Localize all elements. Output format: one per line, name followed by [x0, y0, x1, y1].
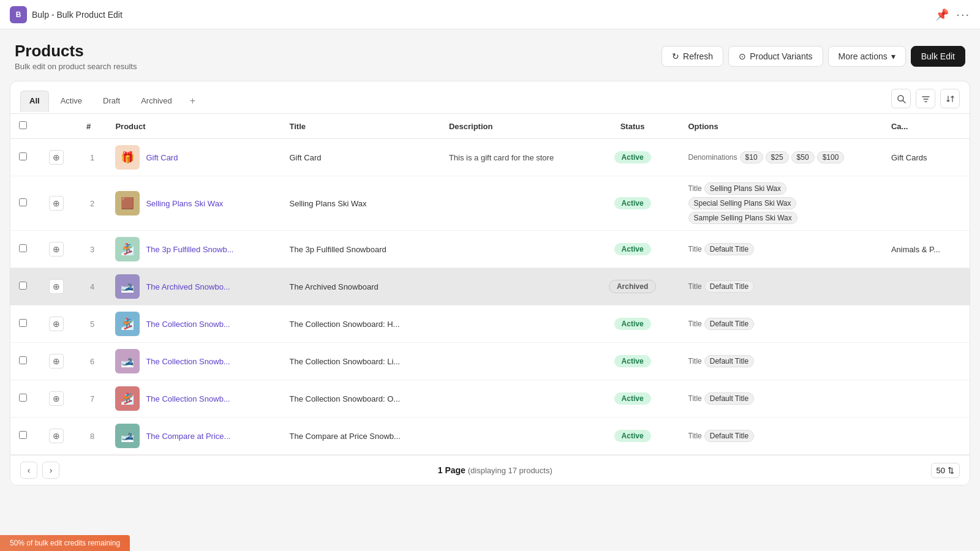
option-tag: Default Title — [704, 392, 754, 405]
option-tag: Default Title — [704, 280, 754, 293]
app-title: Bulp - Bulk Product Edit — [32, 10, 123, 20]
row-checkbox[interactable] — [19, 356, 27, 364]
pin-icon[interactable]: 📌 — [935, 8, 949, 21]
row-expand-button[interactable]: ⊕ — [49, 317, 64, 331]
row-number: 8 — [78, 418, 107, 455]
row-expand-button[interactable]: ⊕ — [49, 391, 64, 406]
options-cell: TitleDefault Title — [688, 430, 874, 442]
product-thumbnail: 🎿 — [115, 274, 140, 299]
options-cell: TitleSelling Plans Ski WaxSpecial Sellin… — [688, 182, 874, 224]
row-category — [883, 268, 970, 305]
row-number: 5 — [78, 305, 107, 343]
status-badge: Active — [614, 197, 651, 209]
options-cell: TitleDefault Title — [688, 355, 874, 367]
tabs-right — [891, 89, 960, 108]
row-options: TitleDefault Title — [680, 268, 883, 305]
row-expand-button[interactable]: ⊕ — [49, 279, 64, 294]
sort-icon-button[interactable] — [940, 89, 960, 108]
row-title: The Collection Snowboard: Li... — [281, 343, 440, 380]
row-number: 3 — [78, 231, 107, 268]
tab-archived[interactable]: Archived — [132, 91, 181, 111]
options-cell: TitleDefault Title — [688, 392, 874, 405]
col-checkbox — [10, 114, 40, 139]
product-table: # Product Title Description Status Optio… — [10, 114, 970, 455]
row-category — [883, 343, 970, 380]
row-checkbox[interactable] — [19, 282, 27, 290]
tab-active[interactable]: Active — [51, 91, 91, 111]
bulk-edit-button[interactable]: Bulk Edit — [911, 46, 965, 67]
tab-add-button[interactable]: + — [184, 91, 202, 111]
row-expand-button[interactable]: ⊕ — [49, 354, 64, 369]
refresh-button[interactable]: ↻ Refresh — [662, 46, 723, 67]
product-link[interactable]: The Archived Snowbo... — [146, 282, 230, 291]
page-title-area: Products Bulk edit on product search res… — [15, 42, 137, 71]
more-actions-button[interactable]: More actions ▾ — [828, 46, 906, 67]
row-expand-button[interactable]: ⊕ — [49, 150, 64, 165]
option-tag: Sample Selling Plans Ski Wax — [688, 212, 797, 224]
row-description — [440, 305, 586, 343]
row-checkbox[interactable] — [19, 394, 27, 402]
option-label: Denominations — [688, 153, 737, 162]
tabs-left: All Active Draft Archived + — [20, 91, 202, 112]
row-category — [883, 418, 970, 455]
table-row: ⊕2 🟫 Selling Plans Ski Wax Selling Plans… — [10, 176, 970, 231]
product-link[interactable]: Gift Card — [146, 153, 178, 162]
options-cell: TitleDefault Title — [688, 318, 874, 330]
row-checkbox[interactable] — [19, 319, 27, 327]
page-info: 1 Page (displaying 17 products) — [438, 465, 552, 475]
next-page-button[interactable]: › — [42, 462, 59, 479]
option-tag: $10 — [740, 151, 763, 163]
product-thumbnail: 🎁 — [115, 145, 140, 170]
per-page-selector[interactable]: 50 ⇅ — [931, 463, 960, 478]
row-expand-button[interactable]: ⊕ — [49, 429, 64, 443]
product-cell: 🏂 The 3p Fulfilled Snowb... — [115, 237, 272, 261]
status-badge: Active — [614, 355, 651, 367]
product-variants-button[interactable]: ⊙ Product Variants — [728, 46, 823, 67]
row-title: The Archived Snowboard — [281, 268, 440, 305]
product-cell: 🎿 The Collection Snowb... — [115, 349, 272, 373]
row-checkbox[interactable] — [19, 244, 27, 252]
product-link[interactable]: The Collection Snowb... — [146, 320, 230, 329]
option-label: Title — [688, 394, 702, 403]
row-title: The Collection Snowboard: H... — [281, 305, 440, 343]
prev-page-button[interactable]: ‹ — [20, 462, 37, 479]
status-badge: Active — [614, 318, 651, 330]
col-product-header: Product — [107, 114, 281, 139]
select-all-checkbox[interactable] — [19, 121, 27, 129]
row-number: 2 — [78, 176, 107, 231]
row-description — [440, 231, 586, 268]
per-page-chevron: ⇅ — [948, 466, 954, 475]
filter-icon-button[interactable] — [916, 89, 935, 108]
row-expand-button[interactable]: ⊕ — [49, 242, 64, 257]
product-link[interactable]: The Collection Snowb... — [146, 357, 230, 366]
tab-draft[interactable]: Draft — [94, 91, 129, 111]
tabs-bar: All Active Draft Archived + — [10, 81, 970, 114]
row-checkbox[interactable] — [19, 152, 27, 160]
product-link[interactable]: Selling Plans Ski Wax — [146, 199, 223, 208]
row-expand-button[interactable]: ⊕ — [49, 196, 64, 211]
svg-line-1 — [903, 100, 905, 103]
topbar-more-icon[interactable]: ··· — [956, 7, 970, 21]
product-cell: 🎿 The Archived Snowbo... — [115, 274, 272, 299]
product-link[interactable]: The Collection Snowb... — [146, 394, 230, 403]
product-thumbnail: 🟫 — [115, 191, 140, 216]
tab-all[interactable]: All — [20, 91, 49, 112]
option-label: Title — [688, 432, 702, 440]
search-icon-button[interactable] — [891, 89, 911, 108]
row-number: 4 — [78, 268, 107, 305]
row-options: TitleDefault Title — [680, 380, 883, 418]
product-link[interactable]: The Compare at Price... — [146, 432, 230, 441]
row-title: The 3p Fulfilled Snowboard — [281, 231, 440, 268]
row-description — [440, 380, 586, 418]
product-cell: 🏂 The Collection Snowb... — [115, 386, 272, 411]
row-checkbox[interactable] — [19, 431, 27, 439]
status-badge: Archived — [609, 280, 656, 293]
product-cell: 🏂 The Collection Snowb... — [115, 312, 272, 336]
product-link[interactable]: The 3p Fulfilled Snowb... — [146, 245, 233, 254]
table-row: ⊕6 🎿 The Collection Snowb... The Collect… — [10, 343, 970, 380]
row-checkbox[interactable] — [19, 198, 27, 206]
row-title: The Compare at Price Snowb... — [281, 418, 440, 455]
option-tag: Special Selling Plans Ski Wax — [688, 197, 797, 209]
row-description — [440, 268, 586, 305]
product-thumbnail: 🏂 — [115, 237, 140, 261]
